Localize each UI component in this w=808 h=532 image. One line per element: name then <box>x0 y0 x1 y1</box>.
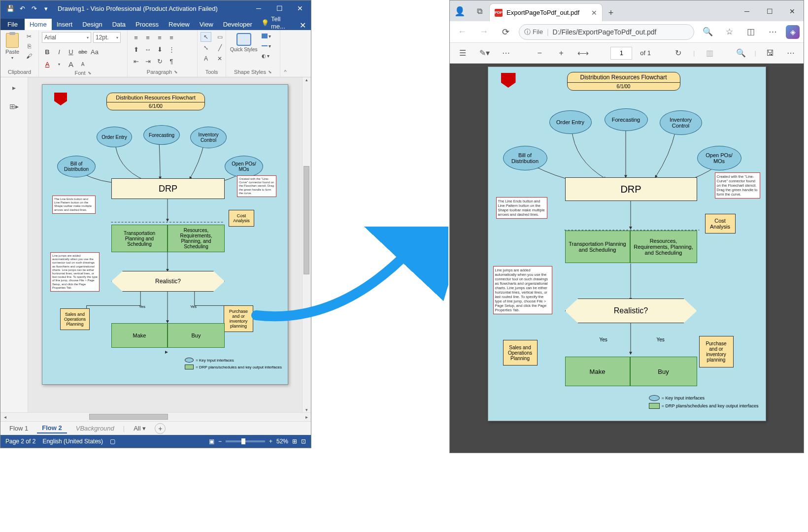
tell-me-search[interactable]: 💡 Tell me... <box>257 15 295 30</box>
align-top-button[interactable]: ⬆ <box>131 44 141 55</box>
rectangle-tool-button[interactable]: ▭ <box>214 32 225 42</box>
zoom-out-button[interactable]: − <box>218 438 222 445</box>
copilot-button[interactable]: ◈ <box>786 25 800 39</box>
text-tool-button[interactable]: A <box>201 54 211 64</box>
font-dialog-launcher[interactable]: ⬊ <box>88 70 92 75</box>
hscroll-left[interactable]: ◂ <box>0 413 9 422</box>
tab-file[interactable]: File <box>0 19 25 30</box>
presentation-mode-button[interactable]: ▣ <box>209 438 214 445</box>
rotate-button[interactable]: ↻ <box>672 46 685 60</box>
node-inventory[interactable]: Inventory Control <box>190 127 227 148</box>
profile-button[interactable]: 👤 <box>450 1 470 21</box>
zoom-in-button[interactable]: + <box>269 438 272 445</box>
align-left-button[interactable]: ≡ <box>131 32 141 43</box>
settings-menu-button[interactable]: ⋯ <box>764 24 781 40</box>
align-center-button[interactable]: ≡ <box>142 32 153 43</box>
tab-process[interactable]: Process <box>131 19 164 30</box>
close-button[interactable]: ✕ <box>291 1 309 15</box>
increase-indent-button[interactable]: ⇥ <box>142 56 153 66</box>
back-button[interactable]: ← <box>454 24 471 40</box>
favorites-button[interactable]: ☆ <box>721 24 738 40</box>
shapes-pane-icon[interactable]: ⊞▸ <box>9 101 20 112</box>
cut-button[interactable]: ✂ <box>24 32 34 41</box>
find-button[interactable]: 🔍 <box>734 46 748 60</box>
change-case-button[interactable]: Aa <box>89 46 100 57</box>
justify-button[interactable]: ≡ <box>166 32 177 43</box>
node-realistic[interactable]: Realistic? <box>111 271 225 292</box>
zoom-indicator-button[interactable]: 🔍 <box>699 24 716 40</box>
tab-data[interactable]: Data <box>107 19 131 30</box>
hscroll-thumb[interactable] <box>89 414 168 420</box>
page-tab-all[interactable]: All ▾ <box>129 424 151 433</box>
bold-button[interactable]: B <box>42 46 53 57</box>
pdf-toolbar-more-button[interactable]: ⋯ <box>784 46 798 60</box>
format-painter-button[interactable]: 🖌 <box>24 52 34 61</box>
copy-button[interactable]: ⎘ <box>24 42 34 51</box>
zoom-in-pdf-button[interactable]: + <box>554 46 568 60</box>
shape-fill-button[interactable]: ▾ <box>262 32 275 40</box>
qat-customize[interactable]: ▾ <box>41 3 51 13</box>
strike-button[interactable]: abc <box>77 46 88 57</box>
edge-close-button[interactable]: ✕ <box>781 1 804 21</box>
expand-shapes-button[interactable]: ▸ <box>9 82 20 93</box>
align-middle-button[interactable]: ↔ <box>142 44 153 55</box>
tab-home[interactable]: Home <box>25 19 52 30</box>
pdf-viewer[interactable]: Distribution Resources Flowchart 6/1/00 … <box>450 64 804 453</box>
shape-line-button[interactable]: ▾ <box>262 42 275 50</box>
undo-button[interactable]: ↶ <box>17 3 27 13</box>
fit-page-button[interactable]: ⊞ <box>292 438 297 445</box>
macro-recording-icon[interactable]: ▢ <box>110 438 115 445</box>
page-tab-flow1[interactable]: Flow 1 <box>4 424 33 433</box>
workspaces-button[interactable]: ⧉ <box>470 1 489 21</box>
node-purchase[interactable]: Purchase and or inventory planning <box>224 305 253 332</box>
bullets-button[interactable]: ⋮ <box>166 44 177 55</box>
paragraph-marks-button[interactable]: ¶ <box>166 56 177 66</box>
align-bottom-button[interactable]: ⬇ <box>154 44 165 55</box>
tab-review[interactable]: Review <box>164 19 195 30</box>
node-drp[interactable]: DRP <box>111 178 225 199</box>
hscroll-right[interactable]: ▸ <box>302 413 311 422</box>
page-number-input[interactable] <box>610 47 632 60</box>
close-tab-button[interactable]: ✕ <box>591 9 597 17</box>
font-family-combo[interactable]: Arial▾ <box>42 32 91 43</box>
minimize-button[interactable]: ─ <box>250 1 268 15</box>
save-button[interactable]: 💾 <box>5 3 15 13</box>
forward-button[interactable]: → <box>475 24 492 40</box>
node-sales[interactable]: Sales and Operations Planning <box>60 308 90 330</box>
node-order-entry[interactable]: Order Entry <box>97 127 132 147</box>
underline-button[interactable]: U <box>66 46 76 57</box>
new-tab-button[interactable]: + <box>603 4 619 21</box>
horizontal-scrollbar[interactable]: ◂ ▸ <box>0 412 311 421</box>
zoom-slider[interactable] <box>226 440 265 442</box>
address-bar[interactable]: ⓘ File | D:/Files/ExportPageToPdf_out.pd… <box>519 24 694 40</box>
fit-width-button[interactable]: ⟷ <box>576 46 590 60</box>
redo-button[interactable]: ↷ <box>29 3 39 13</box>
tab-developer[interactable]: Developer <box>218 19 257 30</box>
zoom-out-pdf-button[interactable]: − <box>533 46 546 60</box>
node-open-pos[interactable]: Open POs/ MOs <box>225 156 263 177</box>
line-tool-button[interactable]: ╱ <box>214 43 225 53</box>
node-bill[interactable]: Bill of Distribution <box>57 156 96 177</box>
refresh-button[interactable]: ⟳ <box>497 24 514 40</box>
edge-minimize-button[interactable]: ─ <box>736 1 758 21</box>
ribbon-close[interactable]: ✕ <box>295 21 311 30</box>
page-tab-vbackground[interactable]: VBackground <box>71 424 119 433</box>
font-size-combo[interactable]: 12pt.▾ <box>93 32 121 43</box>
pdf-more-button[interactable]: ⋯ <box>499 46 513 60</box>
tab-view[interactable]: View <box>195 19 218 30</box>
node-transport[interactable]: Transportation Planning and Scheduling <box>111 225 168 252</box>
node-make[interactable]: Make <box>111 323 168 348</box>
grow-font-button[interactable]: A <box>66 59 76 69</box>
maximize-button[interactable]: ☐ <box>270 1 288 15</box>
site-info-button[interactable]: ⓘ File <box>524 28 543 36</box>
quick-styles-button[interactable]: Quick Styles <box>229 32 259 68</box>
status-language[interactable]: English (United States) <box>42 438 103 445</box>
add-page-button[interactable]: + <box>155 423 166 434</box>
font-color-button[interactable]: A <box>42 59 53 69</box>
connector-tool-button[interactable]: ⤡ <box>201 43 211 53</box>
highlight-button[interactable]: ✎▾ <box>477 46 491 60</box>
italic-button[interactable]: I <box>54 46 65 57</box>
edge-maximize-button[interactable]: ☐ <box>758 1 781 21</box>
shape-styles-dialog-launcher[interactable]: ⬊ <box>268 69 272 74</box>
node-cost[interactable]: Cost Analysis <box>229 210 254 227</box>
